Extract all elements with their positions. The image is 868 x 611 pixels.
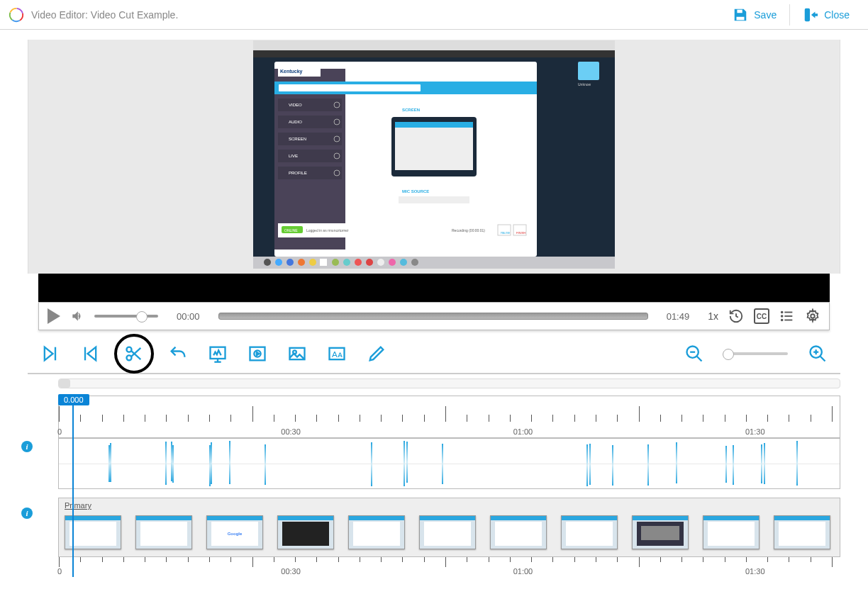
svg-point-68 [781,315,783,317]
play-button[interactable] [48,308,60,324]
svg-point-69 [781,320,783,321]
cut-tool-highlighted[interactable] [114,334,154,374]
svg-point-57 [343,259,350,266]
info-icon[interactable]: i [21,441,33,452]
svg-text:ONLINE: ONLINE [284,228,298,232]
svg-point-70 [811,314,815,318]
video-thumbnail[interactable] [490,515,547,549]
svg-text:Recording (00:00:01): Recording (00:00:01) [452,228,485,232]
closed-caption-button[interactable]: CC [754,308,769,324]
svg-point-67 [781,312,783,313]
save-icon [733,7,748,23]
close-button[interactable]: Close [793,0,859,30]
svg-point-54 [309,259,316,266]
svg-text:PROFILE: PROFILE [289,171,307,175]
svg-rect-10 [253,50,615,57]
text-overlay-icon[interactable]: Aᴀ [327,344,347,364]
timeline-ruler[interactable]: 000:3001:0001:30 [58,396,840,438]
zoom-out-icon[interactable] [684,344,704,364]
svg-rect-34 [395,122,473,170]
edit-toolbar: Aᴀ [28,335,840,374]
svg-text:LIVE: LIVE [289,154,298,158]
svg-text:MIC SOURCE: MIC SOURCE [402,189,429,194]
svg-point-53 [298,259,305,266]
svg-point-62 [400,259,407,266]
video-insert-icon[interactable] [247,344,267,364]
svg-rect-35 [395,122,473,128]
video-thumbnail[interactable]: Google [206,515,263,549]
slide-insert-icon[interactable] [208,344,228,364]
svg-rect-9 [253,40,615,50]
svg-rect-7 [805,8,810,21]
header-bar: Video Editor: Video Cut Example. Save Cl… [0,0,868,30]
chapter-list-icon[interactable] [779,308,795,324]
volume-slider[interactable] [94,315,158,318]
svg-rect-23 [278,133,342,145]
pencil-draw-icon[interactable] [367,344,386,364]
svg-text:VIDEO: VIDEO [289,103,302,107]
video-thumbnail[interactable] [703,515,760,549]
svg-point-56 [332,259,339,266]
app-logo-icon [9,7,24,23]
video-thumbnail[interactable] [774,515,830,549]
playhead-line[interactable] [72,404,74,577]
image-insert-icon[interactable] [287,344,307,364]
svg-text:Aᴀ: Aᴀ [332,349,343,359]
rewind-history-icon[interactable] [728,308,744,324]
svg-text:Unknow: Unknow [578,82,591,86]
info-icon[interactable]: i [21,508,33,519]
video-thumbnail[interactable] [632,515,689,549]
video-thumbnail[interactable] [419,515,476,549]
video-preview-area: Kentucky VIDEO AUDIO SCREEN LIVE PROFILE… [28,40,840,274]
save-label: Save [754,9,777,21]
svg-text:SCREEN: SCREEN [289,137,306,141]
svg-rect-49 [253,257,615,269]
undo-icon[interactable] [168,344,188,364]
svg-point-2 [9,7,24,23]
svg-point-63 [411,259,418,266]
playback-speed[interactable]: 1x [708,310,718,322]
svg-rect-26 [278,150,342,162]
video-thumbnail-track[interactable]: Primary Google [58,498,840,557]
svg-point-61 [389,259,396,266]
skip-backward-icon[interactable] [80,344,100,364]
scissors-icon [124,344,144,364]
player-black-bar [38,274,830,302]
svg-point-50 [264,259,271,266]
thumbnail-track-label: Primary [59,498,840,512]
audio-waveform-track[interactable] [58,438,840,489]
svg-point-60 [377,259,384,266]
settings-gear-icon[interactable] [805,308,820,324]
zoom-in-icon[interactable] [808,344,828,364]
duration-time: 01:49 [667,311,690,322]
svg-rect-5 [737,16,745,20]
timeline-overview-scrollbar[interactable] [58,379,840,388]
divider [789,4,790,26]
close-icon [803,7,818,23]
video-preview-frame: Kentucky VIDEO AUDIO SCREEN LIVE PROFILE… [253,40,615,269]
timeline-area: 0.000 000:3001:0001:30 i i Primary Googl… [38,379,840,577]
main-area: Kentucky VIDEO AUDIO SCREEN LIVE PROFILE… [10,40,858,577]
video-thumbnail[interactable] [348,515,405,549]
skip-forward-icon[interactable] [40,344,60,364]
svg-point-51 [275,259,282,266]
svg-text:FINISH: FINISH [516,231,525,235]
volume-icon[interactable] [70,309,84,323]
svg-rect-29 [278,167,342,179]
svg-point-58 [355,259,362,266]
zoom-slider[interactable] [724,352,788,355]
playhead-time-badge[interactable]: 0.000 [58,394,89,405]
video-thumbnail[interactable] [277,515,334,549]
svg-rect-47 [578,62,599,80]
video-thumbnail[interactable] [561,515,618,549]
svg-text:SCREEN: SCREEN [402,108,420,112]
svg-point-1 [9,7,24,23]
save-button[interactable]: Save [723,0,786,30]
video-thumbnail[interactable] [135,515,192,549]
player-controls: 00:00 01:49 1x CC [38,302,830,330]
svg-text:AUDIO: AUDIO [289,120,302,124]
svg-line-87 [697,357,702,361]
seek-bar[interactable] [218,313,648,320]
current-time: 00:00 [177,311,200,322]
svg-point-3 [9,7,24,23]
